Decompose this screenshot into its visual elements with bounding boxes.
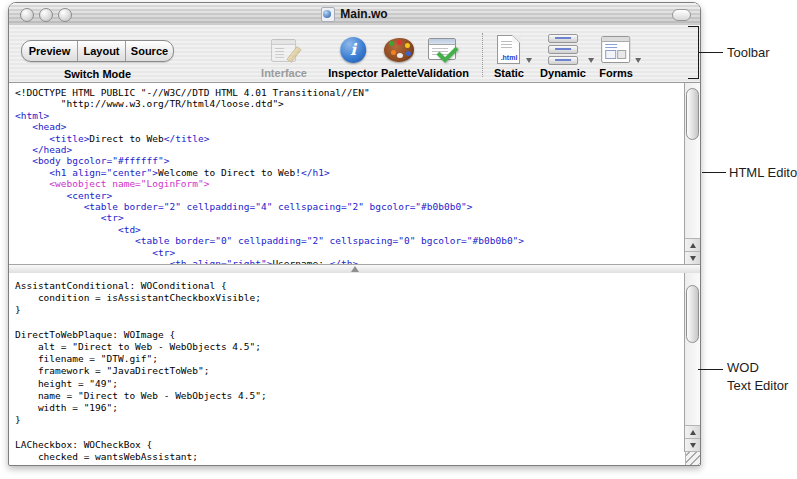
code-line: } xyxy=(15,414,683,426)
toolbar-item-palette[interactable]: Palette xyxy=(381,33,417,79)
wod-annotation-line2: Text Editor xyxy=(727,377,788,395)
wod-editor-annotation-label: WOD Text Editor xyxy=(727,359,788,395)
forms-label: Forms xyxy=(599,67,633,79)
code-line: } xyxy=(15,463,683,465)
toolbar-item-forms[interactable]: Forms xyxy=(599,33,633,79)
code-line: height = "49"; xyxy=(15,378,683,390)
code-line: DirectToWebPlaque: WOImage { xyxy=(15,329,683,341)
dropdown-caret-icon xyxy=(635,58,641,63)
code-line: <table border="2" cellpadding="4" cellsp… xyxy=(15,201,683,212)
title-group: Main.wo xyxy=(9,3,700,25)
code-line: <tr> xyxy=(15,247,683,258)
inspector-label: Inspector xyxy=(328,67,378,79)
code-line: <table border="0" cellpadding="2" cellsp… xyxy=(15,235,683,246)
dropdown-caret-icon xyxy=(588,58,594,63)
toolbar-item-dynamic[interactable]: Dynamic xyxy=(540,33,586,79)
window-title: Main.wo xyxy=(340,7,387,21)
document-proxy-icon xyxy=(321,7,335,22)
splitter-dimple-icon xyxy=(351,266,359,272)
scroll-down-button[interactable] xyxy=(685,438,700,452)
switch-mode-control: Preview Layout Source xyxy=(21,40,174,62)
code-line: AssistantConditional: WOConditional { xyxy=(15,280,683,292)
validation-label: Validation xyxy=(417,67,469,79)
toolbar-annotation-bracket xyxy=(688,78,699,79)
code-line: <body bgcolor="#ffffff"> xyxy=(15,155,683,166)
static-element-icon: .html xyxy=(498,35,521,64)
webobjects-builder-window: Main.wo Preview Layout Source Switch Mod… xyxy=(8,2,701,466)
toolbar-item-interface: Interface xyxy=(261,33,307,79)
toolbar-item-static[interactable]: .html Static xyxy=(494,33,524,79)
code-line: framework = "JavaDirectToWeb"; xyxy=(15,365,683,377)
scroll-up-button[interactable] xyxy=(685,238,700,252)
code-line: name = "Direct to Web - WebObjects 4.5"; xyxy=(15,390,683,402)
wod-editor-annotation-line xyxy=(698,369,723,370)
toolbar-annotation-line xyxy=(698,52,723,53)
html-editor-annotation-label: HTML Editor xyxy=(729,164,797,182)
code-line xyxy=(15,426,683,438)
palette-icon xyxy=(384,38,414,62)
toolbar-toggle-button[interactable] xyxy=(672,9,691,21)
forms-element-icon xyxy=(602,36,631,63)
html-editor[interactable]: <!DOCTYPE HTML PUBLIC "-//W3C//DTD HTML … xyxy=(9,82,700,265)
static-label: Static xyxy=(494,67,524,79)
code-line: <td> xyxy=(15,224,683,235)
code-line: <tr> xyxy=(15,212,683,223)
code-line: condition = isAssistantCheckboxVisible; xyxy=(15,292,683,304)
scroll-up-button[interactable] xyxy=(685,425,700,439)
up-arrow-icon xyxy=(690,430,696,435)
source-button[interactable]: Source xyxy=(126,41,173,61)
layout-button[interactable]: Layout xyxy=(78,41,126,61)
toolbar-item-validation[interactable]: Validation xyxy=(417,33,469,79)
code-line: </head> xyxy=(15,144,683,155)
resize-grip[interactable] xyxy=(685,451,700,465)
dynamic-element-icon xyxy=(548,34,578,65)
inspector-icon: i xyxy=(340,37,366,63)
switch-mode-label: Switch Mode xyxy=(21,68,174,80)
scroll-thumb[interactable] xyxy=(686,88,699,140)
code-line: } xyxy=(15,304,683,316)
up-arrow-icon xyxy=(690,243,696,248)
dynamic-label: Dynamic xyxy=(540,67,586,79)
html-editor-scrollbar[interactable] xyxy=(684,83,700,265)
preview-button[interactable]: Preview xyxy=(22,41,78,61)
interface-label: Interface xyxy=(261,67,307,79)
wod-annotation-line1: WOD xyxy=(727,359,788,377)
code-line: checked = wantsWebAssistant; xyxy=(15,451,683,463)
palette-label: Palette xyxy=(381,67,417,79)
scroll-down-button[interactable] xyxy=(685,251,700,265)
scroll-thumb[interactable] xyxy=(686,285,699,343)
toolbar-item-inspector[interactable]: i Inspector xyxy=(328,33,378,79)
interface-icon xyxy=(269,36,299,64)
code-line xyxy=(15,317,683,329)
wod-source-code[interactable]: AssistantConditional: WOConditional { co… xyxy=(15,280,683,465)
toolbar-separator xyxy=(482,33,483,77)
code-line: <html> xyxy=(15,110,683,121)
validation-icon xyxy=(428,36,459,63)
html-editor-annotation-line xyxy=(702,172,726,173)
code-line: "http://www.w3.org/TR/html4/loose.dtd"> xyxy=(15,98,683,109)
toolbar: Preview Layout Source Switch Mode Interf… xyxy=(9,25,700,83)
code-line: <title>Direct to Web</title> xyxy=(15,133,683,144)
window-titlebar[interactable]: Main.wo xyxy=(9,3,700,26)
down-arrow-icon xyxy=(690,443,696,448)
wod-editor[interactable]: AssistantConditional: WOConditional { co… xyxy=(9,273,700,465)
code-line: LACheckbox: WOCheckBox { xyxy=(15,439,683,451)
code-line: <head> xyxy=(15,121,683,132)
code-line: <webobject name="LoginForm"> xyxy=(15,178,683,189)
code-line: <center> xyxy=(15,190,683,201)
toolbar-annotation-label: Toolbar xyxy=(727,44,770,62)
down-arrow-icon xyxy=(690,256,696,261)
code-line: width = "196"; xyxy=(15,402,683,414)
code-line: alt = "Direct to Web - WebObjects 4.5"; xyxy=(15,341,683,353)
screenshot-root: Main.wo Preview Layout Source Switch Mod… xyxy=(0,0,797,479)
wod-editor-scrollbar[interactable] xyxy=(684,273,700,452)
code-line: filename = "DTW.gif"; xyxy=(15,353,683,365)
code-line: <h1 align="center">Welcome to Direct to … xyxy=(15,167,683,178)
code-line: <!DOCTYPE HTML PUBLIC "-//W3C//DTD HTML … xyxy=(15,87,683,98)
html-source-code[interactable]: <!DOCTYPE HTML PUBLIC "-//W3C//DTD HTML … xyxy=(15,87,683,265)
dropdown-caret-icon xyxy=(526,58,532,63)
